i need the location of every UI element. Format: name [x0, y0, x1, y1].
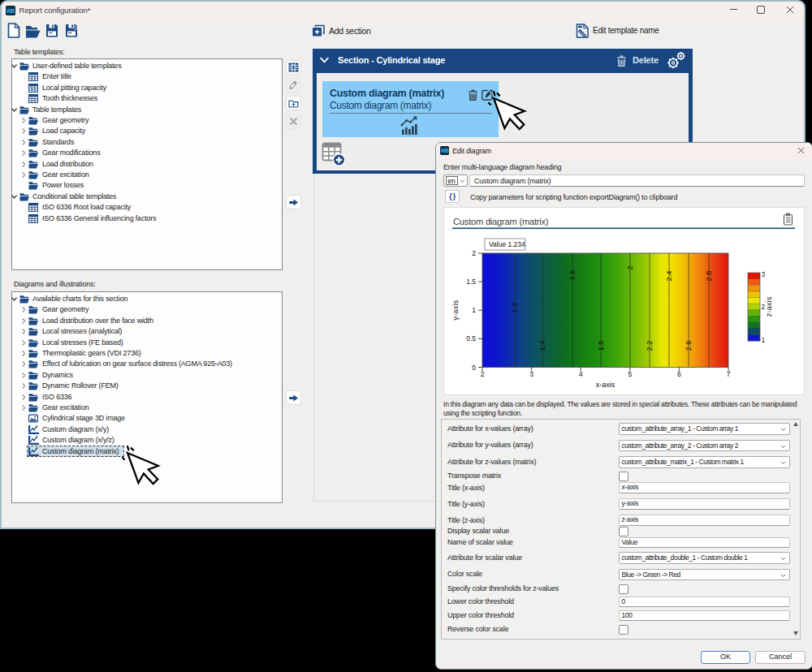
svg-text:2.4: 2.4 — [665, 271, 673, 282]
svg-text:0: 0 — [472, 364, 476, 372]
svg-text:1.8: 1.8 — [597, 341, 605, 351]
svg-text:2.8: 2.8 — [705, 271, 713, 282]
svg-text:1: 1 — [472, 306, 476, 314]
svg-text:1.5: 1.5 — [466, 278, 476, 286]
svg-text:2.6: 2.6 — [685, 341, 693, 351]
svg-text:2.2: 2.2 — [646, 341, 654, 351]
svg-text:2: 2 — [481, 370, 485, 378]
svg-text:3: 3 — [529, 370, 533, 378]
svg-text:Custom diagram (matrix): Custom diagram (matrix) — [453, 217, 549, 226]
svg-text:1.4: 1.4 — [538, 341, 546, 351]
svg-text:7: 7 — [727, 370, 731, 378]
svg-text:1: 1 — [762, 336, 766, 344]
svg-text:1.2: 1.2 — [511, 303, 519, 313]
svg-text:0.5: 0.5 — [466, 334, 476, 342]
svg-text:x-axis: x-axis — [596, 381, 615, 389]
svg-text:y-axis: y-axis — [451, 300, 460, 321]
svg-text:z-axis: z-axis — [764, 296, 773, 317]
svg-text:1.6: 1.6 — [568, 270, 577, 281]
svg-text:2: 2 — [472, 249, 476, 257]
svg-text:2: 2 — [626, 265, 634, 269]
svg-text:Value 1.234: Value 1.234 — [489, 240, 525, 248]
svg-text:6: 6 — [677, 370, 681, 378]
svg-text:5: 5 — [628, 370, 632, 378]
svg-text:3: 3 — [762, 270, 766, 278]
svg-text:4: 4 — [579, 370, 583, 378]
